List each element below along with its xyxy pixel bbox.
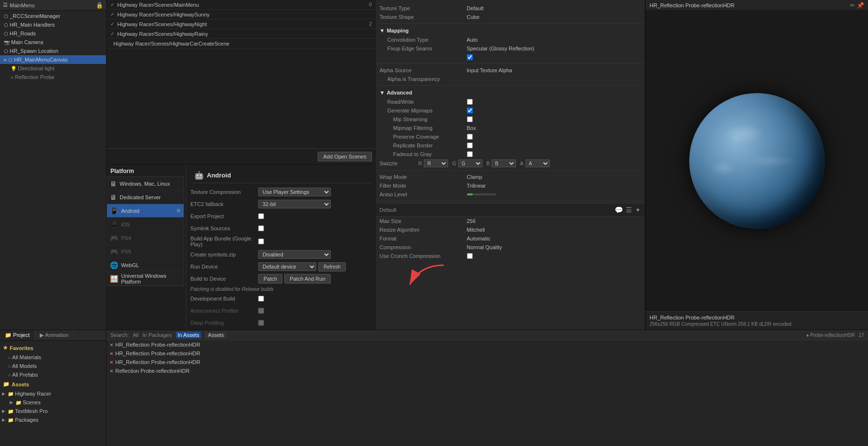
preserve-coverage-label: Preserve Coverage: [380, 134, 467, 140]
scene-item[interactable]: Highway Racer/Scenes/HighwarCarCreateSce…: [107, 39, 376, 48]
aniso-level-slider[interactable]: [467, 193, 496, 195]
tree-item-all-materials[interactable]: ○ All Materials: [0, 353, 106, 362]
platform-item-ps4[interactable]: 🎮PS4: [107, 231, 184, 245]
asset-result-item[interactable]: ✕Reflection Probe-reflectionHDR: [107, 366, 868, 375]
fadeout-to-gray-checkbox[interactable]: [467, 151, 473, 157]
hierarchy-item-rcc[interactable]: ⬡_RCCSceneManager: [0, 12, 106, 20]
texture-compression-dropdown[interactable]: Use Player Settings: [258, 188, 331, 196]
preview-header: HR_Reflection Probe-reflectionHDR ✏ 📌: [646, 0, 868, 11]
patch-and-run-button[interactable]: Patch And Run: [284, 274, 330, 284]
hierarchy-item-light[interactable]: 💡Directional light: [0, 64, 106, 73]
use-crunch-checkbox[interactable]: [467, 253, 473, 259]
hierarchy-item-spawn[interactable]: ⬡HR_Spawn Location: [0, 47, 106, 55]
platform-label: Android: [121, 208, 140, 214]
scene-item[interactable]: ✓Highway Racer/Scenes/HighwaySunny: [107, 10, 376, 19]
dev-build-checkbox[interactable]: [258, 296, 264, 302]
tree-item-all-models[interactable]: ○ All Models: [0, 362, 106, 370]
scene-item[interactable]: ✓Highway Racer/Scenes/MainMenu0: [107, 0, 376, 10]
platform-item-dedicated[interactable]: 🖥Dedicated Server: [107, 191, 184, 204]
textmesh-label: TextMesh Pro: [15, 408, 47, 414]
symlink-sources-label: Symlink Sources: [190, 225, 258, 231]
scene-item[interactable]: ✓Highway Racer/Scenes/HighwayNight2: [107, 19, 376, 29]
alpha-source-value: Input Texture Alpha: [467, 67, 641, 73]
assets-folder-icon: 📁: [3, 381, 10, 387]
platform-item-windows[interactable]: 🖥Windows, Mac, Linux: [107, 177, 184, 191]
hierarchy-item-canvas[interactable]: ▶⬡HR_MainMenuCanvas: [0, 55, 106, 64]
hierarchy-item-camera[interactable]: 📷Main Camera: [0, 38, 106, 47]
dev-build-label: Development Build: [190, 296, 258, 302]
autoconnect-label: Autoconnect Profiler: [190, 308, 258, 314]
refresh-button[interactable]: Refresh: [318, 262, 346, 271]
tree-item-all-prefabs[interactable]: ○ All Prefabs: [0, 370, 106, 379]
arrow-icon: ▶: [2, 409, 7, 414]
platform-item-ps5[interactable]: 🎮PS5: [107, 245, 184, 258]
tree-item-scenes[interactable]: ▶ 📁 Scenes: [0, 398, 106, 407]
search-label: Search:: [110, 332, 129, 338]
swizzle-r-select[interactable]: R: [424, 159, 448, 167]
swizzle-a-select[interactable]: A: [526, 159, 550, 167]
tab-icon-star[interactable]: ✦: [635, 206, 641, 214]
export-project-checkbox[interactable]: [258, 213, 264, 219]
tab-project[interactable]: 📁 Project: [0, 330, 35, 340]
texture-shape-value: Cube: [467, 14, 641, 20]
asset-result-item[interactable]: ✕HR_Reflection Probe-reflectionHDR: [107, 358, 868, 366]
platform-item-uwp[interactable]: 🪟Universal Windows Platform: [107, 272, 184, 286]
advanced-section[interactable]: ▼ Advanced: [376, 88, 645, 97]
symlink-sources-checkbox[interactable]: [258, 225, 264, 231]
run-device-dropdown[interactable]: Default device: [258, 262, 316, 271]
platform-item-android[interactable]: 📱Android⚙: [107, 204, 184, 218]
hierarchy-item-roads[interactable]: ⬡HR_Roads: [0, 29, 106, 38]
platform-item-ios[interactable]: 📱iOS: [107, 218, 184, 231]
fixup-edge-seams-value: Specular (Glossy Reflection): [467, 46, 641, 51]
wrap-mode-label: Wrap Mode: [380, 174, 467, 180]
asset-result-item[interactable]: ✕HR_Reflection Probe-reflectionHDR: [107, 340, 868, 349]
tab-icon-speech[interactable]: 💬: [615, 206, 623, 214]
expand-arrow-icon: ▶: [4, 57, 7, 62]
patch-note: Patching is disabled for Release builds: [190, 287, 274, 292]
asset-result-item[interactable]: ✕HR_Reflection Probe-reflectionHDR: [107, 349, 868, 358]
scene-name-label: Highway Racer/Scenes/HighwayRainy: [117, 31, 364, 37]
etc2-fallback-dropdown[interactable]: 32-bit: [258, 200, 331, 208]
assets-search-area: Search: All In Packages In Assets Assets…: [107, 330, 868, 446]
scenes-list: ✓Highway Racer/Scenes/MainMenu0✓Highway …: [107, 0, 376, 148]
search-tab-in-assets[interactable]: In Assets: [176, 332, 202, 338]
tree-item-highway-racer[interactable]: ▶ 📁 Highway Racer: [0, 389, 106, 398]
fixup-checkbox[interactable]: [467, 54, 473, 60]
tab-icon-list[interactable]: ☰: [626, 206, 632, 214]
swizzle-b-letter: B: [486, 160, 490, 166]
search-tab-all[interactable]: All: [133, 332, 139, 338]
read-write-checkbox[interactable]: [467, 99, 473, 105]
build-app-bundle-checkbox[interactable]: [258, 239, 264, 244]
tree-item-packages[interactable]: ▶ 📁 Packages: [0, 415, 106, 424]
preview-title: HR_Reflection Probe-reflectionHDR: [650, 2, 734, 8]
preserve-coverage-checkbox[interactable]: [467, 134, 473, 140]
hierarchy-item-handlers[interactable]: ⬡HR_Main Handlers: [0, 20, 106, 29]
swizzle-b-select[interactable]: B: [492, 159, 516, 167]
asset-type-icon: ✕: [109, 360, 113, 365]
resize-algorithm-value: Mitchell: [467, 227, 485, 233]
platform-label: WebGL: [121, 262, 139, 268]
tree-item-textmesh[interactable]: ▶ 📁 TextMesh Pro: [0, 407, 106, 415]
tab-animation[interactable]: ▶ Animation: [35, 330, 74, 340]
alpha-is-transparency-label: Alpha is Transparency: [380, 76, 467, 82]
hierarchy-item-probe[interactable]: ○Reflection Probe: [0, 73, 106, 81]
mapping-section[interactable]: ▼ Mapping: [376, 26, 645, 35]
alpha-source-label: Alpha Source: [380, 67, 467, 73]
add-open-scenes-button[interactable]: Add Open Scenes: [318, 152, 372, 161]
preview-pin-button[interactable]: 📌: [857, 2, 864, 9]
platform-label: iOS: [121, 222, 130, 227]
search-tab-in-packages[interactable]: In Packages: [142, 332, 172, 338]
hierarchy-item-icon: ⬡: [4, 22, 8, 28]
scene-item[interactable]: ✓Highway Racer/Scenes/HighwayRainy: [107, 29, 376, 39]
platform-item-webgl[interactable]: 🌐WebGL: [107, 258, 184, 272]
replicate-border-checkbox[interactable]: [467, 143, 473, 148]
hierarchy-item-icon: ○: [11, 75, 14, 80]
create-symbols-dropdown[interactable]: Disabled: [258, 250, 331, 259]
generate-mipmaps-checkbox[interactable]: [467, 108, 473, 113]
patch-button[interactable]: Patch: [258, 274, 282, 284]
hierarchy-header: ☰ MainMenu 🔒: [0, 0, 106, 11]
mip-streaming-checkbox[interactable]: [467, 116, 473, 122]
swizzle-g-select[interactable]: G: [458, 159, 482, 167]
preview-edit-button[interactable]: ✏: [850, 2, 855, 9]
read-write-label: Read/Write: [380, 99, 467, 105]
